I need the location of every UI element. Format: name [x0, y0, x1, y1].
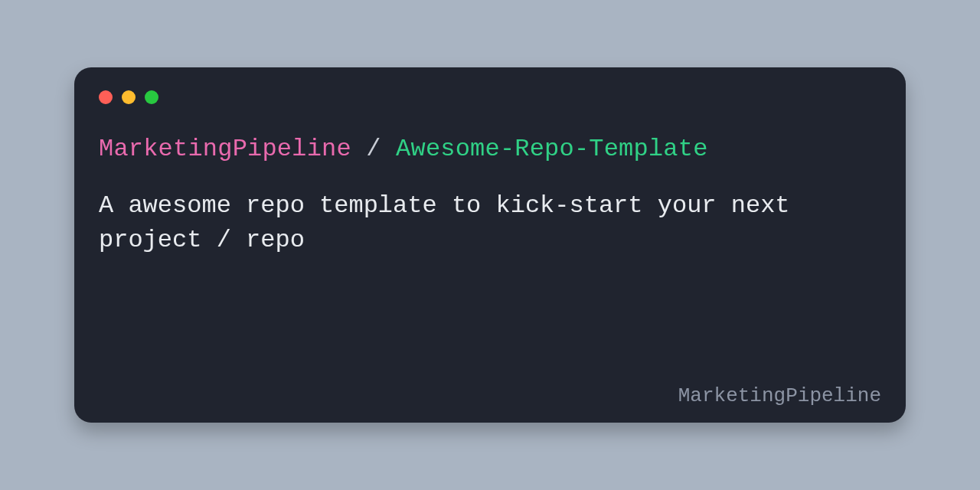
repo-title: MarketingPipeline / Awesome-Repo-Templat…	[99, 135, 881, 163]
repo-card: MarketingPipeline / Awesome-Repo-Templat…	[74, 67, 906, 423]
footer-brand: MarketingPipeline	[678, 384, 881, 407]
minimize-dot-icon	[122, 90, 136, 104]
window-controls	[99, 90, 881, 104]
maximize-dot-icon	[145, 90, 158, 104]
repo-owner: MarketingPipeline	[99, 135, 351, 163]
title-separator: /	[351, 135, 396, 163]
repo-description: A awesome repo template to kick-start yo…	[99, 189, 834, 258]
close-dot-icon	[99, 90, 113, 104]
repo-name: Awesome-Repo-Template	[396, 135, 707, 163]
